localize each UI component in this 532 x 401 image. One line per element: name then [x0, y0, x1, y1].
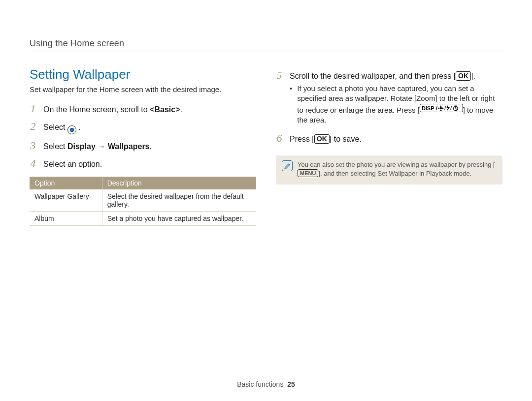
- text: in Playback mode.: [418, 170, 472, 177]
- tip-note: You can also set the photo you are viewi…: [276, 155, 502, 185]
- step-number: 2: [30, 120, 36, 133]
- bullet-dot: •: [290, 84, 292, 125]
- step-1: 1 On the Home screen, scroll to <Basic>.: [30, 102, 256, 115]
- step-5-bullet: • If you select a photo you have capture…: [276, 84, 502, 125]
- set-wallpaper-label: Set Wallpaper: [377, 170, 417, 177]
- settings-dot-icon: [67, 125, 76, 134]
- text: Scroll to the desired wallpaper, and the…: [290, 72, 456, 80]
- svg-text:/: /: [444, 105, 446, 111]
- arrow: →: [96, 142, 108, 151]
- page-number: 25: [287, 380, 295, 388]
- text: .: [180, 105, 182, 114]
- text: .: [150, 142, 152, 151]
- section-intro: Set wallpaper for the Home screen with t…: [30, 85, 256, 93]
- left-column: Setting Wallpaper Set wallpaper for the …: [30, 67, 256, 226]
- svg-point-4: [442, 107, 443, 109]
- step-text: Select Display → Wallpapers.: [43, 141, 152, 152]
- step-number: 6: [276, 132, 283, 145]
- text: Press [: [290, 135, 314, 143]
- footer-section-label: Basic functions: [237, 380, 283, 388]
- breadcrumb: Using the Home screen: [30, 38, 502, 52]
- option-cell: Wallpaper Gallery: [30, 189, 102, 212]
- step-number: 5: [276, 69, 283, 82]
- text: Select: [43, 142, 67, 151]
- svg-text:DISP: DISP: [422, 105, 434, 111]
- manual-page: Using the Home screen Setting Wallpaper …: [0, 0, 532, 401]
- ok-key-icon: OK: [456, 71, 471, 81]
- bullet-text: If you select a photo you have captured,…: [297, 84, 502, 125]
- step-number: 3: [30, 139, 36, 152]
- ok-key-icon: OK: [314, 134, 330, 144]
- menu-key-icon: MENU: [298, 169, 318, 177]
- disp-nav-key-icon: DISP / / /: [420, 104, 463, 112]
- step-number: 4: [30, 157, 36, 170]
- svg-line-11: [456, 108, 457, 109]
- step-text: Select an option.: [43, 159, 102, 170]
- step-text: Scroll to the desired wallpaper, and the…: [290, 71, 475, 82]
- step-text: Select .: [43, 122, 81, 134]
- table-header-option: Option: [30, 177, 102, 189]
- svg-point-2: [440, 107, 442, 109]
- step-2: 2 Select .: [30, 120, 256, 134]
- options-table: Option Description Wallpaper Gallery Sel…: [30, 177, 256, 226]
- display-label: Display: [67, 142, 96, 151]
- right-column: 5 Scroll to the desired wallpaper, and t…: [276, 67, 502, 226]
- section-heading: Setting Wallpaper: [30, 67, 256, 82]
- basic-label: <Basic>: [150, 105, 180, 114]
- zoom-label: Zoom: [416, 94, 435, 102]
- table-row: Album Set a photo you have captured as w…: [30, 212, 256, 226]
- note-icon: [282, 160, 293, 171]
- svg-point-5: [440, 109, 441, 111]
- step-5: 5 Scroll to the desired wallpaper, and t…: [276, 69, 502, 82]
- wallpapers-label: Wallpapers: [108, 142, 150, 151]
- text: Select: [43, 123, 67, 131]
- page-footer: Basic functions 25: [0, 380, 532, 388]
- step-text: On the Home screen, scroll to <Basic>.: [43, 104, 182, 115]
- text: .: [78, 123, 80, 131]
- description-cell: Set a photo you have captured as wallpap…: [102, 212, 256, 226]
- text: On the Home screen, scroll to: [43, 105, 150, 114]
- step-4: 4 Select an option.: [30, 157, 256, 170]
- two-column-layout: Setting Wallpaper Set wallpaper for the …: [30, 67, 502, 226]
- text: ] to save.: [330, 135, 362, 143]
- step-6: 6 Press [OK] to save.: [276, 132, 502, 145]
- svg-point-3: [440, 105, 441, 107]
- table-row: Wallpaper Gallery Select the desired wal…: [30, 189, 256, 212]
- step-3: 3 Select Display → Wallpapers.: [30, 139, 256, 152]
- text: You can also set the photo you are viewi…: [298, 161, 495, 168]
- tip-text: You can also set the photo you are viewi…: [298, 160, 497, 178]
- text: ], and then selecting: [318, 170, 377, 177]
- option-cell: Album: [30, 212, 102, 226]
- text: ].: [471, 72, 475, 80]
- svg-point-6: [438, 107, 439, 109]
- table-header-description: Description: [102, 177, 256, 189]
- svg-text:/: /: [436, 105, 437, 111]
- svg-text:/: /: [450, 105, 452, 111]
- step-text: Press [OK] to save.: [290, 134, 362, 145]
- step-number: 1: [30, 102, 36, 115]
- description-cell: Select the desired wallpaper from the de…: [102, 189, 256, 212]
